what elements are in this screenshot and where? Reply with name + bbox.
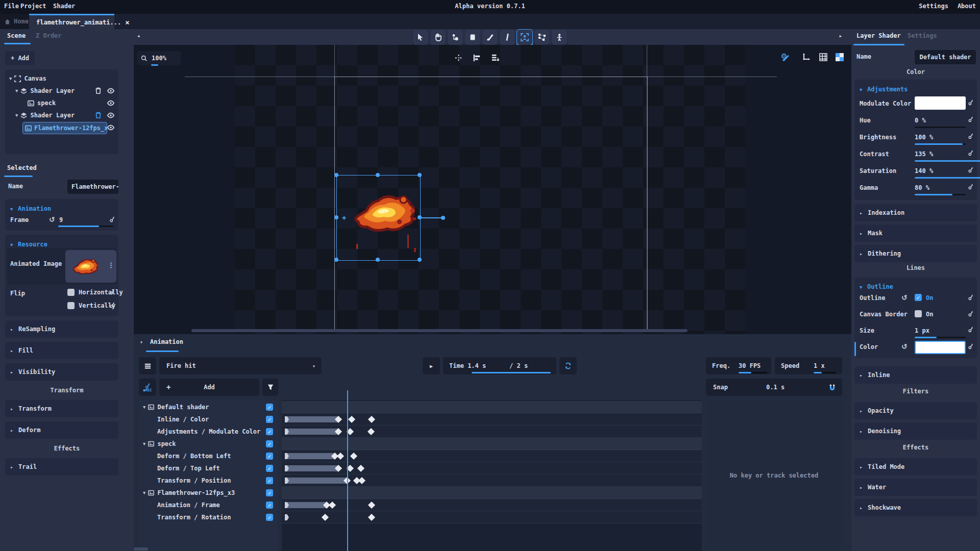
keyframe-diamond[interactable] [368,416,375,423]
keyframe-diamond[interactable] [358,477,365,484]
section-water[interactable]: ▸Water [854,479,977,496]
keyframe-icon[interactable] [110,215,115,222]
section-visibility[interactable]: ▸Visibility [5,363,118,381]
trash-icon-active[interactable] [95,112,102,118]
zoom-control[interactable]: 100% [137,51,181,65]
playhead-line[interactable] [347,390,348,551]
select-tool[interactable] [412,29,429,45]
record-keyframe-button[interactable]: ●REC [139,379,156,396]
section-resampling[interactable]: ▸ReSampling [5,320,118,338]
eye-visibility-icon[interactable] [107,87,114,94]
saturation-value[interactable]: 140 % [915,167,933,174]
section-opacity[interactable]: ▸Opacity [854,402,977,419]
tab-layer-shader[interactable]: Layer Shader [856,32,901,39]
track-group-row[interactable]: ▼Flamethrower-12fps_x3✓ [139,487,278,499]
eyedropper-tool[interactable] [499,29,516,45]
selection-box[interactable] [336,175,421,261]
tab-home[interactable]: Home [0,14,29,29]
contrast-value[interactable]: 135 % [915,151,933,158]
transform-tool[interactable] [517,29,533,45]
transparency-toggle-icon[interactable] [835,53,844,62]
selection-handle-tl[interactable] [334,173,338,177]
expand-arrow-icon[interactable]: ▼ [15,88,18,93]
section-inline[interactable]: ▸Inline [854,366,977,384]
outline-color-swatch[interactable] [915,341,966,354]
clip-selector-dropdown[interactable]: Fire hit ▾ [159,357,322,374]
selection-handle-top[interactable] [376,173,380,177]
keyframe-diamond[interactable] [329,502,336,509]
track-prop-row[interactable]: Animation / Frame✓ [139,499,278,511]
track-prop-row[interactable]: Adjustments / Modulate Color✓ [139,425,278,438]
tree-item-shader-layer-2[interactable]: ▼ Shader Layer [15,109,75,121]
move-tool[interactable] [447,29,463,45]
track-lane[interactable] [282,487,702,499]
track-lane[interactable] [282,511,702,523]
canvas-viewport[interactable]: 100% + [134,45,851,334]
filter-tracks-button[interactable] [262,379,278,396]
tab-scene[interactable]: Scene [7,32,26,39]
adjustments-header[interactable]: ▼ Adjustments [860,84,908,93]
track-lane[interactable] [282,462,702,474]
eye-visibility-icon[interactable] [107,124,114,131]
zoom-value[interactable]: 100% [152,55,166,62]
grid-toggle-icon[interactable] [819,53,828,62]
paint-preview-icon[interactable] [781,53,790,62]
track-lane[interactable] [282,401,702,413]
tree-item-canvas[interactable]: ▼ Canvas [9,72,46,85]
keyframe-icon[interactable] [968,342,973,349]
section-mask[interactable]: ▸Mask [854,224,977,242]
eye-visibility-icon[interactable] [107,99,114,107]
keyframe-diamond[interactable] [368,514,375,521]
track-enabled-checkbox[interactable]: ✓ [266,416,273,423]
keyframe-diamond[interactable] [368,428,375,435]
track-lane[interactable] [282,499,702,511]
collapse-right-panel-icon[interactable]: ▸ [839,33,842,39]
trash-icon[interactable] [95,87,102,94]
track-enabled-checkbox[interactable]: ✓ [266,428,273,435]
track-group-row[interactable]: ▼Default shader✓ [139,401,278,413]
collapse-left-panel-icon[interactable]: ◂ [137,33,140,39]
keyframe-span[interactable] [286,478,347,484]
collapse-timeline-icon[interactable]: ▾ [140,339,143,345]
section-tiled-mode[interactable]: ▸Tiled Mode [854,458,977,475]
keyframe-span[interactable] [286,502,327,508]
expand-arrow-icon[interactable]: ▼ [9,76,12,81]
keyframe-span[interactable] [286,416,338,422]
keyframe-diamond[interactable] [322,514,329,521]
tree-item-flamethrower-selected[interactable]: Flamethrower-12fps_x [22,122,107,134]
outline-size-value[interactable]: 1 px [915,327,929,334]
keyframe-icon[interactable] [110,301,115,308]
keyframe-icon[interactable] [968,166,973,173]
gamma-value[interactable]: 80 % [915,184,929,191]
track-prop-row[interactable]: Transform / Position✓ [139,474,278,487]
canvas-border-checkbox[interactable] [915,310,922,317]
resource-section-header[interactable]: ▼ Resource [10,239,47,248]
track-enabled-checkbox[interactable]: ✓ [266,489,273,496]
expand-arrow-icon[interactable]: ▼ [15,113,18,118]
track-lane[interactable] [282,425,702,438]
selection-handle-bl[interactable] [334,258,338,262]
freq-control[interactable]: Freq. 30 FPS [706,357,771,374]
track-enabled-checkbox[interactable]: ✓ [266,465,273,472]
expand-arrow-icon[interactable]: ▼ [143,405,145,410]
tree-item-speck[interactable]: speck [28,97,56,109]
selection-handle-bottom[interactable] [376,258,380,262]
frame-value[interactable]: 9 [59,216,63,223]
keyframe-diamond[interactable] [337,453,344,460]
keyframe-icon[interactable] [968,98,973,106]
flip-horizontal-checkbox[interactable] [67,289,75,296]
keyframe-icon[interactable] [968,149,973,156]
section-dithering[interactable]: ▸Dithering [854,245,977,262]
keyframe-icon[interactable] [968,132,973,139]
keyframe-diamond[interactable] [368,502,375,509]
gizmo-axes-icon[interactable] [801,53,811,62]
section-indexation[interactable]: ▸Indexation [854,204,977,221]
track-lane[interactable] [282,438,702,450]
flip-vertical-checkbox[interactable] [67,302,75,309]
add-layer-button[interactable]: + Add [5,51,35,65]
track-enabled-checkbox[interactable]: ✓ [266,453,273,460]
keyframe-icon[interactable] [968,115,973,122]
clip-menu-button[interactable] [139,357,156,374]
track-lane[interactable] [282,413,702,425]
modulate-color-swatch[interactable] [915,96,966,110]
